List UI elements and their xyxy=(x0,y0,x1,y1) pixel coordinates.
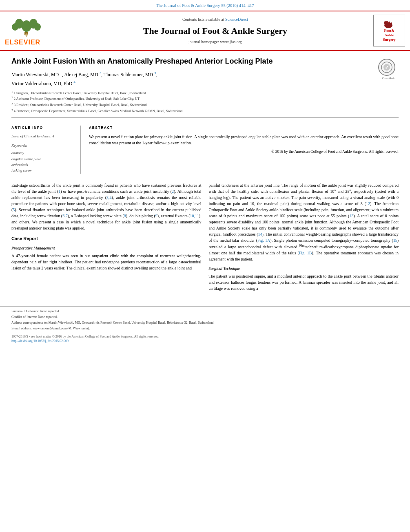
keywords-block: Keywords: anatomy angular stable plate a… xyxy=(11,143,75,174)
address-correspondence: Address correspondence to: Martin Wiewio… xyxy=(11,320,399,325)
affiliation-2: 2 2 Assistant Professor, Department of O… xyxy=(11,95,374,102)
ref-link-12[interactable]: 12 xyxy=(366,201,370,206)
abstract-title: ABSTRACT xyxy=(89,126,399,130)
crossmark-logo[interactable]: ✓ CrossMark xyxy=(378,59,399,81)
article-title-block: Ankle Joint Fusion With an Anatomically … xyxy=(11,57,374,113)
ref-link-14[interactable]: 14 xyxy=(258,232,262,236)
crossmark-icon: ✓ xyxy=(378,59,395,76)
intro-paragraph: End-stage osteoarthritis of the ankle jo… xyxy=(11,182,202,231)
svg-point-4 xyxy=(12,23,18,31)
level-label: Level of Clinical Evidence: 4 xyxy=(11,134,75,139)
ref-link-13[interactable]: 13 xyxy=(349,214,353,218)
ref-link-fig1a[interactable]: Fig. 1A xyxy=(257,238,270,243)
contents-label: Contents lists available at xyxy=(182,17,224,22)
ref-link-5[interactable]: 5 xyxy=(13,208,15,212)
elsevier-logo-block: ELSEVIER xyxy=(5,15,62,47)
science-direct-link[interactable]: ScienceDirect xyxy=(225,17,248,22)
affiliation-4: 4 4 Professor, Orthopaedic Department, S… xyxy=(11,108,374,114)
surgical-heading: Surgical Technique xyxy=(209,265,399,272)
keywords-list: anatomy angular stable plate arthrodesis… xyxy=(11,150,75,174)
elsevier-tree-icon xyxy=(5,15,50,37)
email-link[interactable]: wiewiorskim@gmail.com xyxy=(33,327,66,330)
financial-disclosure: Financial Disclosure: None reported. xyxy=(11,309,399,314)
footer-bottom: 1067-2516/$ - see front matter © 2016 by… xyxy=(0,334,410,347)
page: The Journal of Foot & Ankle Surgery 55 (… xyxy=(0,0,410,532)
foot-icon xyxy=(383,20,396,29)
journal-logo-title: Foot&AnkleSurgery xyxy=(383,29,396,42)
keyword-2: angular stable plate xyxy=(11,156,75,162)
body-col-right: painful tenderness at the anterior joint… xyxy=(209,182,399,295)
ref-link-8[interactable]: 8 xyxy=(124,214,126,218)
contents-line: Contents lists available at ScienceDirec… xyxy=(62,17,368,22)
keyword-1: anatomy xyxy=(11,150,75,156)
ref-link-67[interactable]: 6,7 xyxy=(62,214,68,218)
article-info-col: ARTICLE INFO Level of Clinical Evidence:… xyxy=(11,126,81,174)
main-content: Ankle Joint Fusion With an Anatomically … xyxy=(0,51,410,300)
journal-title: The Journal of Foot & Ankle Surgery xyxy=(62,25,368,38)
abstract-col: ABSTRACT We present a novel fixation pla… xyxy=(89,126,399,174)
conflict-of-interest: Conflict of Interest: None reported. xyxy=(11,315,399,320)
crossmark-label: CrossMark xyxy=(378,77,399,81)
issn-line: 1067-2516/$ - see front matter © 2016 by… xyxy=(11,334,399,339)
svg-text:✓: ✓ xyxy=(385,64,389,71)
svg-point-5 xyxy=(34,23,41,31)
surgical-paragraph: The patient was positioned supine, and a… xyxy=(209,273,399,291)
preop-paragraph: A 47-year-old female patient was seen in… xyxy=(11,253,202,271)
divider-2 xyxy=(11,178,399,178)
case-report-heading: Case Report xyxy=(11,235,202,242)
top-journal-bar: The Journal of Foot & Ankle Surgery 55 (… xyxy=(0,0,410,11)
affiliation-3: 3 3 Resident, Osteoarthritis Research Ce… xyxy=(11,102,374,108)
keyword-3: arthrodesis xyxy=(11,162,75,168)
body-columns: End-stage osteoarthritis of the ankle jo… xyxy=(11,182,399,295)
svg-point-15 xyxy=(390,22,392,24)
ref-link-15[interactable]: 15 xyxy=(393,238,397,243)
doi-link[interactable]: http://dx.doi.org/10.1053/j.jfas.2015.02… xyxy=(11,339,69,343)
svg-point-13 xyxy=(386,21,388,23)
body-col-left: End-stage osteoarthritis of the ankle jo… xyxy=(11,182,202,295)
right-paragraph-1: painful tenderness at the anterior joint… xyxy=(209,182,399,262)
affiliations: 1 1 Surgeon, Osteoarthritis Research Cen… xyxy=(11,90,374,113)
abstract-copyright: © 2016 by the American College of Foot a… xyxy=(89,149,399,155)
ref-link-2[interactable]: 2 xyxy=(172,189,174,194)
ref-link-fig1b[interactable]: Fig. 1B xyxy=(299,251,312,255)
affiliation-1: 1 1 Surgeon, Osteoarthritis Research Cen… xyxy=(11,90,374,96)
preop-heading: Preoperative Management xyxy=(11,245,202,251)
ref-link-9[interactable]: 9 xyxy=(155,214,157,218)
elsevier-brand-text: ELSEVIER xyxy=(5,38,40,47)
divider-1 xyxy=(11,117,399,118)
header-section: ELSEVIER Contents lists available at Sci… xyxy=(0,11,410,51)
header-center: Contents lists available at ScienceDirec… xyxy=(62,17,368,45)
keyword-4: locking screw xyxy=(11,168,75,173)
abstract-text: We present a novel fixation plate for pr… xyxy=(89,134,399,146)
journal-homepage: journal homepage: www.jfas.org xyxy=(62,39,368,45)
svg-point-12 xyxy=(384,22,386,24)
authors: Martin Wiewiorski, MD 1, Alexej Barg, MD… xyxy=(11,70,374,87)
article-header: Ankle Joint Fusion With an Anatomically … xyxy=(11,57,399,113)
email-address: E-mail address: wiewiorskim@gmail.com (M… xyxy=(11,326,399,331)
keywords-label: Keywords: xyxy=(11,143,75,148)
journal-logo-box: Foot&AnkleSurgery xyxy=(373,15,405,46)
svg-point-7 xyxy=(25,33,28,35)
ref-link-1[interactable]: 1 xyxy=(58,189,60,194)
article-info-section: ARTICLE INFO Level of Clinical Evidence:… xyxy=(11,122,399,174)
header-right: Foot&AnkleSurgery xyxy=(368,15,405,46)
ref-link-1011[interactable]: 10,11 xyxy=(190,214,199,218)
article-info-title: ARTICLE INFO xyxy=(11,126,75,130)
doi-line: http://dx.doi.org/10.1053/j.jfas.2015.02… xyxy=(11,339,399,343)
footer-section: Financial Disclosure: None reported. Con… xyxy=(0,306,410,331)
svg-point-14 xyxy=(388,22,390,24)
ref-link-3[interactable]: 3,4 xyxy=(106,195,112,200)
crossmark-symbol: ✓ xyxy=(381,62,392,73)
journal-ref-link[interactable]: The Journal of Foot & Ankle Surgery 55 (… xyxy=(156,3,254,8)
article-title: Ankle Joint Fusion With an Anatomically … xyxy=(11,57,374,66)
